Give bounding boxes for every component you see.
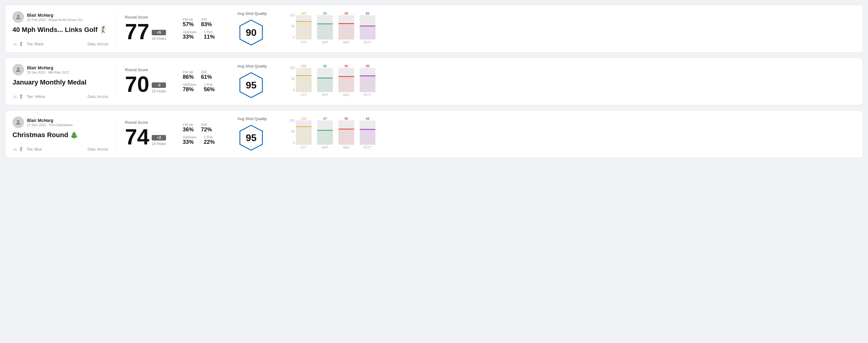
tee-label: Tee: Yellow (27, 95, 45, 99)
tee-bag-icon: 🏌 (19, 147, 24, 151)
bar-value-label: 95 (323, 11, 327, 15)
quality-section: Avg Shot Quality 95 (231, 117, 280, 151)
gir-stat: GIR 83% (201, 18, 212, 28)
bar-group: 107 (296, 10, 312, 39)
one-putt-stat: 1 Putt 22% (204, 135, 215, 145)
fw-hit-value: 36% (183, 126, 194, 133)
bar-value-label: 99 (366, 64, 369, 68)
score-label: Round Score (125, 15, 167, 20)
bar-x-label: APP (317, 146, 333, 149)
y-axis-label: 50 (291, 77, 294, 81)
bar-value-label: 82 (366, 11, 369, 15)
updown-stat: Up/Down 33% (183, 30, 196, 40)
avatar (12, 64, 24, 75)
bar-x-label: ARG (338, 41, 354, 44)
user-date-course: 12 Feb 2022 · Royal North Devon GC (27, 18, 83, 22)
one-putt-label: 1 Putt (204, 135, 215, 139)
user-info: Blair McHarg 12 Feb 2022 · Royal North D… (12, 11, 108, 23)
round-title: Christmas Round 🎄 (12, 131, 108, 139)
score-section: Round Score 77 +5 18 Holes (116, 11, 177, 46)
bar-x-label: APP (317, 93, 333, 97)
bar-group: 82 (360, 10, 375, 39)
bar-x-label: ARG (338, 146, 354, 149)
fw-hit-label: FW Hit (183, 18, 194, 21)
bar-group: 101 (296, 63, 312, 92)
hexagon: 95 (238, 71, 265, 99)
bar-value-label: 96 (344, 64, 348, 68)
bar-x-label: OTT (296, 41, 312, 44)
updown-stat: Up/Down 78% (183, 83, 196, 93)
bar-group: 86 (317, 63, 333, 92)
one-putt-label: 1 Putt (204, 30, 215, 34)
updown-label: Up/Down (183, 135, 196, 139)
bar-group: 95 (317, 10, 333, 39)
user-name: Blair McHarg (27, 13, 83, 18)
user-info: Blair McHarg 27 Dec 2021 · The Oxfordshi… (12, 117, 108, 128)
user-date-course: 29 Jan 2022 · Mill Ride GCC (27, 70, 69, 74)
bar-x-label: PUTT (360, 93, 375, 97)
fw-hit-label: FW Hit (183, 123, 194, 126)
bar-group: 87 (317, 116, 333, 145)
stats-section: FW Hit 57% GIR 83% Up/Down 33% 1 Putt 11… (177, 11, 231, 46)
quality-label: Avg Shot Quality (238, 64, 267, 68)
data-source-label: Data: Arccos (88, 147, 108, 151)
bar-x-label: PUTT (360, 41, 375, 44)
tee-info: ☁️ 🏌 Tee: Yellow Data: Arccos (12, 94, 108, 99)
updown-value: 33% (183, 34, 196, 40)
y-axis-label: 50 (291, 25, 294, 28)
score-number: 77 (125, 21, 149, 42)
gir-label: GIR (201, 123, 212, 126)
data-source-label: Data: Arccos (88, 95, 108, 99)
one-putt-value: 22% (204, 139, 215, 145)
avatar (12, 11, 24, 23)
bar-x-label: APP (317, 41, 333, 44)
round-card: Blair McHarg 29 Jan 2022 · Mill Ride GCC… (5, 58, 863, 105)
bar-value-label: 110 (301, 117, 306, 120)
gir-label: GIR (201, 18, 212, 21)
tee-label: Tee: Blue (27, 147, 42, 151)
fw-hit-value: 57% (183, 21, 194, 28)
score-badge: +5 (152, 30, 166, 35)
round-left-section: Blair McHarg 12 Feb 2022 · Royal North D… (12, 11, 116, 46)
quality-value: 95 (246, 80, 257, 91)
bar-x-label: ARG (338, 93, 354, 97)
svg-point-4 (17, 120, 19, 122)
gir-stat: GIR 61% (201, 70, 212, 80)
tee-bag-icon: 🏌 (19, 42, 24, 46)
one-putt-value: 11% (204, 34, 215, 40)
data-source-label: Data: Arccos (88, 42, 108, 46)
fw-hit-stat: FW Hit 86% (183, 70, 194, 80)
score-label: Round Score (125, 120, 167, 125)
bar-value-label: 95 (344, 117, 348, 120)
round-card: Blair McHarg 12 Feb 2022 · Royal North D… (5, 5, 863, 53)
svg-point-0 (17, 15, 19, 17)
bar-x-label: OTT (296, 93, 312, 97)
tee-label: Tee: Black (27, 42, 43, 46)
y-axis-label: 50 (291, 130, 294, 133)
bar-value-label: 101 (301, 64, 306, 68)
score-label: Round Score (125, 67, 167, 72)
stats-section: FW Hit 36% GIR 72% Up/Down 33% 1 Putt 22… (177, 117, 231, 151)
score-section: Round Score 70 -2 18 Holes (116, 64, 177, 99)
bar-group: 99 (360, 63, 375, 92)
holes-label: 18 Holes (152, 89, 166, 93)
hexagon: 95 (238, 124, 265, 151)
chart-section: 100500 101 86 (280, 64, 856, 99)
y-axis-label: 100 (289, 66, 294, 70)
avatar (12, 117, 24, 128)
gir-value: 72% (201, 126, 212, 133)
y-axis-label: 0 (293, 89, 294, 92)
quality-section: Avg Shot Quality 95 (231, 64, 280, 99)
round-title: 40 Mph Winds... Links Golf 🏌️ (12, 26, 108, 34)
round-title: January Monthly Medal (12, 79, 108, 86)
tee-info: ☁️ 🏌 Tee: Blue Data: Arccos (12, 147, 108, 151)
y-axis-label: 100 (289, 119, 294, 122)
bar-x-label: PUTT (360, 146, 375, 149)
y-axis-label: 0 (293, 141, 294, 145)
user-name: Blair McHarg (27, 65, 69, 70)
score-badge: +2 (152, 135, 166, 141)
gir-value: 83% (201, 21, 212, 28)
updown-stat: Up/Down 33% (183, 135, 196, 145)
fw-hit-stat: FW Hit 36% (183, 123, 194, 133)
tee-info: ☁️ 🏌 Tee: Black Data: Arccos (12, 42, 108, 46)
